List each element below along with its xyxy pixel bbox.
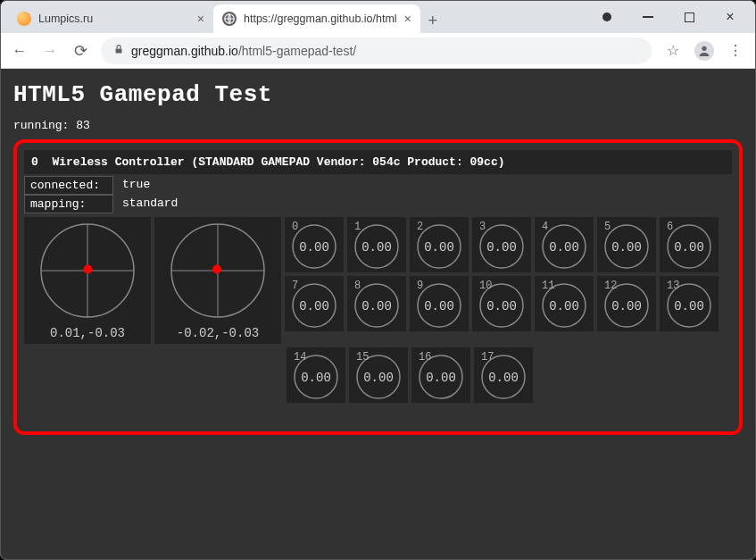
browser-tabstrip: Lumpics.ru × https://greggman.github.io/… bbox=[1, 1, 755, 33]
button-display: 150.00 bbox=[349, 347, 408, 403]
new-tab-button[interactable]: + bbox=[420, 8, 445, 33]
button-display: 90.00 bbox=[410, 276, 469, 331]
button-display: 00.00 bbox=[285, 217, 344, 272]
controller-panel: 0 Wireless Controller (STANDARD GAMEPAD … bbox=[13, 139, 743, 435]
button-display: 160.00 bbox=[411, 347, 470, 403]
tab-title: https://greggman.github.io/html bbox=[244, 13, 397, 25]
button-index: 15 bbox=[356, 351, 369, 364]
connected-row: connected: true bbox=[24, 176, 732, 195]
window-maximize-button[interactable] bbox=[677, 4, 702, 29]
button-display: 40.00 bbox=[535, 217, 594, 272]
mapping-row: mapping: standard bbox=[24, 195, 732, 213]
axis-value: -0.02,-0.03 bbox=[154, 326, 281, 340]
controller-header: 0 Wireless Controller (STANDARD GAMEPAD … bbox=[24, 150, 732, 174]
svg-point-10 bbox=[212, 265, 221, 274]
button-display: 110.00 bbox=[535, 276, 594, 331]
url-text: greggman.github.io/html5-gamepad-test/ bbox=[131, 44, 356, 58]
button-index: 8 bbox=[354, 280, 361, 292]
close-icon[interactable]: × bbox=[404, 12, 411, 26]
axis-display-0: 0.01,-0.03 bbox=[24, 217, 151, 344]
svg-point-6 bbox=[84, 265, 93, 274]
button-display: 10.00 bbox=[347, 217, 406, 272]
button-index: 6 bbox=[667, 221, 673, 233]
window-close-button[interactable]: × bbox=[718, 4, 743, 29]
svg-point-12 bbox=[355, 225, 398, 268]
tab-title: Lumpics.ru bbox=[38, 13, 190, 25]
svg-point-18 bbox=[293, 284, 336, 327]
button-index: 3 bbox=[479, 221, 486, 233]
star-icon[interactable]: ☆ bbox=[662, 42, 684, 59]
button-index: 16 bbox=[419, 351, 431, 364]
svg-point-15 bbox=[543, 225, 586, 268]
button-display: 80.00 bbox=[347, 276, 406, 331]
svg-point-17 bbox=[668, 225, 710, 268]
profile-avatar[interactable] bbox=[694, 41, 714, 61]
button-index: 10 bbox=[479, 280, 492, 292]
lock-icon bbox=[113, 43, 124, 58]
running-status: running: 83 bbox=[13, 119, 743, 132]
menu-icon[interactable]: ⋮ bbox=[725, 42, 746, 59]
button-display: 120.00 bbox=[597, 276, 656, 331]
button-index: 4 bbox=[542, 221, 548, 233]
globe-icon bbox=[222, 12, 237, 26]
button-index: 12 bbox=[604, 280, 617, 292]
button-display: 50.00 bbox=[597, 217, 656, 272]
button-display: 20.00 bbox=[410, 217, 469, 272]
button-display: 30.00 bbox=[472, 217, 531, 272]
axis-display-1: -0.02,-0.03 bbox=[154, 217, 281, 344]
button-display: 130.00 bbox=[660, 276, 719, 331]
browser-tab-active[interactable]: https://greggman.github.io/html × bbox=[213, 4, 420, 33]
button-display: 70.00 bbox=[285, 276, 344, 331]
svg-rect-1 bbox=[116, 49, 122, 54]
svg-point-20 bbox=[418, 284, 461, 327]
button-index: 2 bbox=[417, 221, 423, 233]
account-indicator-icon[interactable] bbox=[594, 4, 619, 29]
page-title: HTML5 Gamepad Test bbox=[13, 81, 743, 108]
close-icon[interactable]: × bbox=[197, 12, 204, 26]
button-index: 11 bbox=[542, 280, 554, 292]
svg-point-14 bbox=[480, 225, 523, 268]
svg-point-13 bbox=[418, 225, 461, 268]
button-index: 5 bbox=[604, 221, 611, 233]
page-viewport: HTML5 Gamepad Test running: 83 0 Wireles… bbox=[1, 69, 755, 559]
back-button[interactable]: ← bbox=[10, 42, 29, 60]
reload-button[interactable]: ⟳ bbox=[71, 41, 90, 61]
button-display: 100.00 bbox=[472, 276, 531, 331]
button-index: 13 bbox=[667, 280, 679, 292]
button-grid: 00.0010.0020.0030.0040.0050.0060.00 70.0… bbox=[285, 217, 732, 344]
forward-button: → bbox=[40, 42, 60, 60]
svg-point-11 bbox=[293, 225, 336, 268]
address-bar[interactable]: greggman.github.io/html5-gamepad-test/ bbox=[101, 38, 652, 64]
svg-point-19 bbox=[355, 284, 398, 327]
browser-toolbar: ← → ⟳ greggman.github.io/html5-gamepad-t… bbox=[1, 33, 755, 69]
button-index: 17 bbox=[481, 351, 494, 364]
button-index: 7 bbox=[292, 280, 298, 292]
favicon-icon bbox=[17, 12, 31, 26]
button-display: 170.00 bbox=[474, 347, 533, 403]
button-index: 1 bbox=[354, 221, 361, 233]
axis-value: 0.01,-0.03 bbox=[24, 326, 151, 340]
browser-tab-inactive[interactable]: Lumpics.ru × bbox=[8, 4, 213, 33]
svg-point-16 bbox=[605, 225, 648, 268]
window-minimize-button[interactable] bbox=[636, 4, 660, 29]
button-display: 60.00 bbox=[660, 217, 719, 272]
svg-point-2 bbox=[702, 46, 706, 50]
button-display: 140.00 bbox=[287, 347, 345, 403]
button-index: 14 bbox=[294, 351, 306, 364]
button-index: 9 bbox=[417, 280, 423, 292]
button-index: 0 bbox=[292, 221, 298, 233]
